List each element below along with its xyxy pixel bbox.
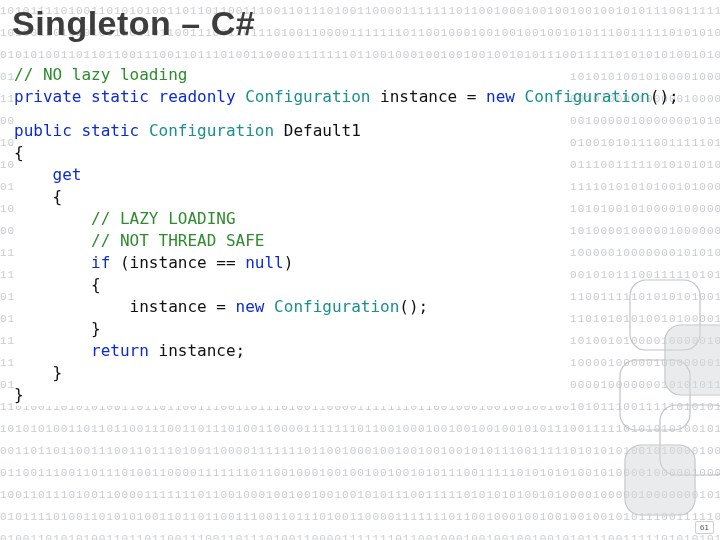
keyword-static-2: static [81,121,139,140]
brace-close-3: } [91,319,101,338]
brace-open-2: { [53,187,63,206]
keyword-static: static [91,87,149,106]
paren-open: ( [110,253,129,272]
tail-1: (); [650,87,679,106]
keyword-get: get [53,165,82,184]
op-eqeq: == [207,253,246,272]
type-configuration-4: Configuration [274,297,399,316]
type-configuration-2: Configuration [525,87,650,106]
type-configuration-3: Configuration [149,121,274,140]
code-snippet-2: public static Configuration Default1 { g… [14,114,570,406]
semicolon: ; [236,341,246,360]
brace-open-3: { [91,275,101,294]
comment-lazy: // LAZY LOADING [91,209,236,228]
op-assign-2: = [207,297,236,316]
brace-open-1: { [14,143,24,162]
identifier-instance-3: instance [130,297,207,316]
type-configuration-1: Configuration [245,87,370,106]
brace-close-2: } [53,363,63,382]
keyword-new-2: new [236,297,265,316]
page-number: 61 [695,521,714,534]
comment-no-lazy: // NO lazy loading [14,65,187,84]
code-snippet-1: // NO lazy loading private static readon… [14,60,570,114]
slide-title: Singleton – C# [12,4,255,43]
brace-close-1: } [14,385,24,404]
keyword-new-1: new [486,87,515,106]
keyword-return: return [91,341,149,360]
keyword-null: null [245,253,284,272]
keyword-private: private [14,87,81,106]
slide-root: 1010111101001101010100110110110011100110… [0,0,720,540]
paren-close: ) [284,253,294,272]
code-block: // NO lazy loading private static readon… [14,60,570,406]
op-assign-1: = [457,87,486,106]
keyword-public: public [14,121,72,140]
keyword-if: if [91,253,110,272]
identifier-default1: Default1 [284,121,361,140]
comment-thread: // NOT THREAD SAFE [91,231,264,250]
identifier-instance-4: instance [159,341,236,360]
keyword-readonly: readonly [159,87,236,106]
identifier-instance-1: instance [380,87,457,106]
tail-2: (); [399,297,428,316]
identifier-instance-2: instance [130,253,207,272]
